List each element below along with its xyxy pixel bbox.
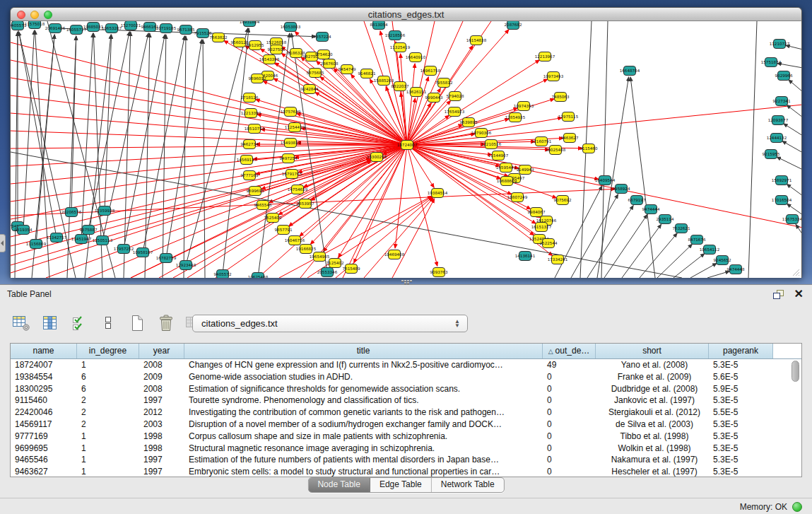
cell-name[interactable]: 18724007 — [11, 359, 77, 371]
network-node[interactable]: 9093763 — [430, 268, 448, 277]
tab-node-table[interactable]: Node Table — [308, 478, 370, 492]
network-node[interactable]: 10757639 — [281, 107, 301, 117]
row-options-icon[interactable] — [98, 313, 118, 333]
network-edge[interactable] — [604, 214, 647, 278]
cell-out_degree[interactable]: 0 — [543, 419, 596, 431]
network-node[interactable]: 15751874 — [761, 58, 782, 67]
network-node[interactable]: 9327505 — [268, 45, 286, 54]
network-node[interactable]: 12093877 — [768, 116, 789, 125]
network-node[interactable]: 17016504 — [772, 196, 792, 205]
panel-splitter-grip[interactable] — [400, 279, 413, 284]
network-edge[interactable] — [601, 21, 608, 278]
network-edge[interactable] — [354, 145, 407, 263]
network-edge[interactable] — [15, 32, 18, 278]
memory-status-indicator[interactable] — [792, 502, 802, 512]
network-edge[interactable] — [11, 152, 682, 278]
table-row[interactable]: 977716911998Corpus callosum shape and si… — [11, 431, 801, 443]
network-node[interactable]: 16648784 — [620, 66, 640, 76]
cell-pagerank[interactable]: 5.5E-5 — [709, 407, 773, 419]
cell-short[interactable]: Nakamura et al. (1997) — [596, 454, 709, 466]
table-row[interactable]: 1456911722003Disruption of a novel membe… — [11, 419, 801, 431]
network-edge[interactable] — [571, 194, 618, 278]
network-node[interactable]: 14569117 — [237, 156, 257, 165]
network-node[interactable]: 2718126 — [241, 93, 259, 103]
network-edge[interactable] — [587, 206, 633, 278]
cell-pagerank[interactable]: 5.3E-5 — [709, 395, 773, 407]
network-node[interactable]: 9146821 — [358, 69, 376, 78]
float-window-icon[interactable] — [772, 289, 784, 300]
cell-title[interactable]: Corpus callosum shape and size in male p… — [184, 431, 543, 443]
network-node[interactable]: 8454749 — [339, 65, 356, 74]
network-node[interactable]: 9639895 — [460, 118, 478, 127]
cell-year[interactable]: 2003 — [139, 419, 184, 431]
cell-year[interactable]: 2008 — [139, 383, 184, 395]
network-edge[interactable] — [657, 244, 693, 278]
cell-pagerank[interactable]: 5.3E-5 — [709, 431, 773, 443]
network-node[interactable]: 5875685 — [307, 69, 324, 78]
table-row[interactable]: 1872400712008Changes of HCN gene express… — [11, 359, 801, 371]
cell-pagerank[interactable]: 5.3E-5 — [709, 454, 773, 466]
network-edge[interactable] — [786, 45, 802, 49]
network-node[interactable]: 9463627 — [561, 134, 579, 143]
network-edge[interactable] — [787, 105, 802, 117]
network-node[interactable]: 7955812 — [435, 78, 453, 88]
network-node[interactable]: 5794028 — [447, 92, 464, 101]
cell-year[interactable]: 1997 — [139, 454, 184, 466]
table-scrollbar-thumb[interactable] — [792, 361, 799, 382]
cell-name[interactable]: 9465546 — [11, 454, 77, 466]
column-header-year[interactable]: year — [139, 344, 184, 358]
network-node[interactable]: 8471676 — [688, 235, 706, 245]
network-node[interactable]: 7615489 — [343, 264, 360, 274]
tab-network-table[interactable]: Network Table — [432, 478, 504, 492]
network-node[interactable]: 18931804 — [240, 21, 260, 27]
cell-name[interactable]: 9115460 — [11, 395, 77, 407]
network-window-titlebar[interactable]: citations_edges.txt — [10, 7, 802, 21]
cell-out_degree[interactable]: 0 — [543, 383, 596, 395]
network-node[interactable]: 15270021 — [121, 21, 141, 30]
column-header-short[interactable]: short — [596, 344, 709, 358]
show-columns-icon[interactable] — [40, 313, 60, 333]
cell-title[interactable]: Embryonic stem cells: a model to study s… — [184, 466, 543, 477]
network-edge[interactable] — [777, 157, 802, 170]
cell-out_degree[interactable]: 0 — [543, 371, 596, 383]
network-node[interactable]: 12854935 — [505, 113, 526, 122]
network-node[interactable]: 9375887 — [80, 226, 98, 235]
table-row[interactable]: 1938455462009Genome-wide association stu… — [11, 371, 801, 383]
cell-out_degree[interactable]: 0 — [543, 466, 596, 477]
network-edge[interactable] — [748, 21, 757, 278]
network-node[interactable]: 11575018 — [25, 21, 45, 29]
network-edge[interactable] — [673, 254, 705, 278]
cell-year[interactable]: 1997 — [139, 466, 184, 477]
cell-in_degree[interactable]: 1 — [77, 431, 139, 443]
cell-pagerank[interactable]: 5.3E-5 — [709, 419, 773, 431]
network-node[interactable]: 9329966 — [775, 71, 793, 81]
cell-name[interactable]: 14569117 — [11, 419, 77, 431]
network-graph[interactable]: 9405571115750182069140616055717198850311… — [11, 21, 802, 278]
network-edge[interactable] — [173, 145, 407, 278]
table-options-icon[interactable] — [11, 313, 31, 333]
cell-title[interactable]: Tourette syndrome. Phenomenology and cla… — [184, 395, 543, 407]
table-row[interactable]: 2242004622012Investigating the contribut… — [11, 407, 801, 419]
cell-pagerank[interactable]: 5.3E-5 — [709, 359, 773, 371]
network-edge[interactable] — [71, 36, 76, 212]
cell-in_degree[interactable]: 1 — [77, 443, 139, 455]
network-edge[interactable] — [782, 141, 802, 153]
network-node[interactable]: 12444132 — [767, 134, 787, 143]
network-edge[interactable] — [787, 204, 802, 215]
network-node[interactable]: 8912955 — [247, 41, 264, 50]
network-node[interactable]: 2867608 — [321, 59, 339, 69]
cell-year[interactable]: 2008 — [139, 359, 184, 371]
network-node[interactable]: 16640910 — [406, 53, 426, 62]
network-node[interactable]: 11325419 — [390, 43, 411, 52]
select-all-columns-icon[interactable] — [69, 313, 89, 333]
network-node[interactable]: 7125402 — [326, 259, 344, 268]
network-node[interactable]: 2522544 — [540, 239, 558, 248]
network-node[interactable]: 10790306 — [471, 129, 492, 138]
network-edge[interactable] — [796, 224, 802, 235]
network-edge[interactable] — [690, 263, 717, 278]
network-node[interactable]: 15892971 — [772, 176, 792, 185]
network-node[interactable]: 9474448 — [727, 265, 745, 274]
network-node[interactable]: 16154838 — [466, 36, 487, 45]
cell-title[interactable]: Estimation of the future numbers of pati… — [184, 454, 543, 466]
network-node[interactable]: 9474444 — [642, 205, 660, 214]
